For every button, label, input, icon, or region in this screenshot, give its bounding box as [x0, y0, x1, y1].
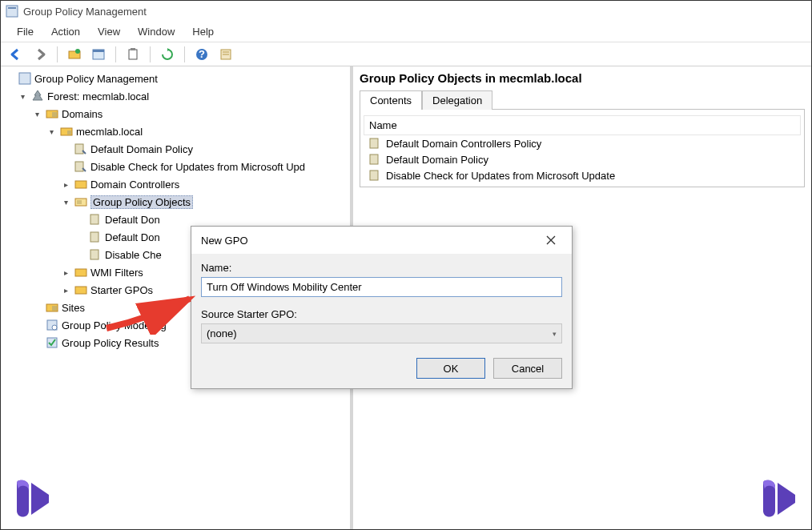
tree-gpo[interactable]: ▾ Group Policy Objects — [2, 193, 348, 211]
svg-point-31 — [52, 325, 57, 330]
list-item-label: Disable Check for Updates from Microsoft… — [386, 170, 615, 182]
gpo-icon — [368, 153, 381, 166]
name-label: Name: — [201, 262, 562, 274]
menu-bar: File Action View Window Help — [1, 22, 811, 42]
tree-root-label: Group Policy Management — [34, 73, 158, 85]
list-item[interactable]: Default Domain Policy — [364, 151, 801, 167]
name-input[interactable] — [201, 277, 562, 297]
tree-ddp-label: Default Domain Policy — [90, 143, 193, 155]
tree-dcs[interactable]: ▸ Domain Controllers — [2, 175, 348, 193]
list-item-label: Default Domain Policy — [386, 154, 488, 166]
menu-window[interactable]: Window — [138, 26, 175, 38]
chevron-down-icon[interactable]: ▾ — [17, 92, 28, 101]
tree-domain[interactable]: ▾ mecmlab.local — [2, 122, 348, 140]
tree-starter-label: Starter GPOs — [90, 284, 153, 296]
svg-text:?: ? — [199, 48, 205, 60]
tree-domains[interactable]: ▾ Domains — [2, 105, 348, 122]
ou-icon — [74, 178, 87, 191]
svg-rect-18 — [75, 144, 83, 154]
tree-dcs-label: Domain Controllers — [90, 179, 179, 191]
svg-rect-27 — [75, 287, 86, 294]
tree-domains-label: Domains — [62, 108, 103, 120]
folder-icon — [74, 283, 87, 296]
svg-rect-22 — [77, 200, 82, 204]
svg-rect-35 — [370, 171, 378, 180]
tab-bar: Contents Delegation — [360, 90, 805, 110]
ok-button[interactable]: OK — [416, 358, 485, 379]
list-header-name[interactable]: Name — [364, 115, 801, 135]
svg-rect-15 — [52, 112, 57, 117]
refresh-icon[interactable] — [159, 46, 176, 63]
svg-rect-23 — [90, 215, 98, 224]
forward-icon[interactable] — [31, 46, 49, 63]
tab-delegation[interactable]: Delegation — [422, 90, 492, 110]
clipboard-icon[interactable] — [124, 46, 142, 63]
gpo-icon — [89, 231, 102, 243]
help-icon[interactable]: ? — [193, 46, 211, 63]
tree-disablecheck-label: Disable Check for Updates from Microsoft… — [90, 161, 305, 173]
results-icon — [46, 336, 58, 349]
svg-rect-24 — [90, 232, 98, 242]
modeling-icon — [46, 319, 58, 331]
toolbar-sep — [115, 46, 116, 62]
dialog-title: New GPO — [201, 235, 248, 247]
tree-forest[interactable]: ▾ Forest: mecmlab.local — [2, 87, 348, 105]
properties-icon[interactable] — [217, 46, 235, 63]
chevron-right-icon[interactable]: ▸ — [60, 180, 71, 189]
tree-modeling-label: Group Policy Modeling — [62, 319, 167, 331]
back-icon[interactable] — [7, 46, 25, 63]
close-icon[interactable] — [540, 231, 562, 249]
chevron-down-icon[interactable]: ▾ — [60, 198, 71, 207]
dialog-buttons: OK Cancel — [191, 348, 572, 388]
toolbar-sep — [150, 46, 151, 62]
starter-combo-value: (none) — [207, 327, 237, 339]
domains-icon — [46, 107, 58, 120]
svg-rect-20 — [75, 181, 86, 188]
gpo-link-icon — [74, 160, 87, 173]
toolbar-sep — [57, 46, 58, 62]
tree-root[interactable]: ▾ Group Policy Management — [2, 70, 348, 87]
list-item[interactable]: Disable Check for Updates from Microsoft… — [364, 167, 801, 183]
menu-file[interactable]: File — [17, 26, 34, 38]
menu-view[interactable]: View — [98, 26, 120, 38]
starter-combo[interactable]: (none) ▾ — [201, 323, 562, 343]
tree-ddp[interactable]: ▸ Default Domain Policy — [2, 140, 348, 158]
list-item-label: Default Domain Controllers Policy — [386, 138, 541, 150]
cancel-button[interactable]: Cancel — [493, 358, 562, 379]
gpo-folder-icon — [74, 195, 87, 208]
svg-rect-1 — [8, 7, 16, 9]
toolbar-sep — [184, 46, 185, 62]
chevron-down-icon[interactable]: ▾ — [46, 127, 57, 136]
tree-gpo-item-label: Disable Che — [105, 249, 162, 261]
title-bar: Group Policy Management — [1, 1, 811, 22]
chevron-right-icon[interactable]: ▸ — [60, 286, 71, 295]
watermark-logo-icon — [755, 475, 803, 523]
gpm-icon — [18, 72, 31, 85]
new-gpo-dialog: New GPO Name: Source Starter GPO: (none)… — [191, 226, 573, 389]
svg-rect-7 — [131, 48, 135, 50]
svg-rect-6 — [129, 50, 137, 59]
chevron-down-icon[interactable]: ▾ — [31, 110, 42, 118]
gpo-icon — [368, 137, 381, 150]
chevron-right-icon[interactable]: ▸ — [60, 268, 71, 277]
forest-icon — [31, 90, 44, 102]
svg-rect-29 — [52, 306, 57, 311]
window-icon[interactable] — [90, 46, 107, 63]
svg-rect-33 — [370, 139, 378, 148]
gpo-icon — [368, 169, 381, 182]
gpo-icon — [89, 248, 102, 261]
svg-rect-25 — [90, 250, 98, 259]
new-folder-icon[interactable] — [66, 46, 83, 63]
menu-action[interactable]: Action — [51, 26, 80, 38]
tree-gpo-item-label: Default Don — [105, 214, 160, 226]
tab-contents[interactable]: Contents — [360, 90, 422, 110]
chevron-down-icon: ▾ — [553, 330, 557, 338]
tree-sites-label: Sites — [62, 302, 85, 314]
tree-disablecheck[interactable]: ▸ Disable Check for Updates from Microso… — [2, 158, 348, 175]
list-item[interactable]: Default Domain Controllers Policy — [364, 135, 801, 151]
svg-rect-34 — [370, 155, 378, 164]
menu-help[interactable]: Help — [192, 26, 214, 38]
dialog-titlebar: New GPO — [191, 227, 572, 254]
content-header: Group Policy Objects in mecmlab.local — [360, 70, 805, 90]
tree-gpo-label: Group Policy Objects — [90, 195, 193, 209]
